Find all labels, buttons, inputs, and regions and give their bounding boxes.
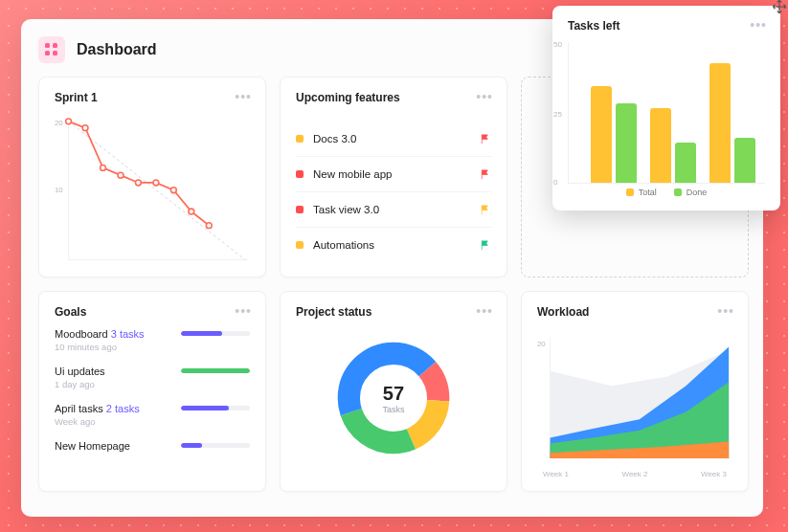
feature-row[interactable]: Docs 3.0: [296, 122, 491, 157]
svg-rect-3: [53, 51, 57, 55]
goals-menu-button[interactable]: •••: [235, 303, 252, 319]
tasks-left-bar-chart: 50 25 0: [568, 42, 765, 184]
bar-group: [709, 63, 755, 183]
tasks-left-title: Tasks left: [568, 19, 765, 33]
svg-point-10: [136, 180, 142, 186]
actual-line: [69, 122, 210, 226]
sprint-title: Sprint 1: [55, 91, 250, 104]
features-list: Docs 3.0New mobile appTask view 3.0Autom…: [296, 122, 491, 262]
svg-point-11: [153, 180, 159, 186]
donut-center: 57 Tasks: [382, 383, 404, 414]
goal-progress: [181, 443, 250, 448]
status-total: 57: [382, 383, 404, 405]
priority-dot: [296, 135, 304, 143]
goal-accent: 2 tasks: [106, 403, 140, 414]
svg-point-7: [82, 125, 88, 131]
svg-rect-2: [45, 51, 50, 55]
bar-total: [650, 108, 671, 183]
xlabel-week1: Week 1: [543, 470, 569, 478]
goal-row[interactable]: Ui updates1 day ago: [55, 366, 250, 389]
goal-timestamp: 10 minutes ago: [55, 342, 169, 352]
ytick-0: 0: [553, 178, 557, 187]
goal-text: April tasks 2 tasksWeek ago: [55, 403, 169, 427]
status-total-label: Tasks: [382, 405, 404, 414]
goals-title: Goals: [55, 305, 250, 319]
goal-timestamp: Week ago: [55, 416, 169, 427]
workload-area-chart: 20: [537, 326, 732, 470]
priority-dot: [296, 206, 304, 213]
svg-text:20: 20: [537, 340, 546, 348]
bar-group: [650, 108, 696, 183]
features-menu-button[interactable]: •••: [476, 89, 493, 104]
goal-text: Ui updates1 day ago: [55, 366, 169, 389]
sprint-menu-button[interactable]: •••: [235, 89, 252, 104]
svg-rect-1: [53, 43, 57, 48]
status-title: Project status: [296, 305, 491, 319]
goal-progress: [181, 406, 250, 410]
goal-row[interactable]: New Homepage: [55, 440, 250, 452]
feature-label: New mobile app: [313, 168, 392, 180]
flag-icon[interactable]: [480, 133, 491, 144]
features-title: Upcoming features: [296, 91, 491, 104]
flag-icon[interactable]: [480, 168, 491, 180]
goal-row[interactable]: April tasks 2 tasksWeek ago: [55, 403, 250, 427]
status-card: Project status ••• 57 Tasks: [280, 291, 507, 492]
tasks-left-legend: Total Done: [568, 188, 765, 197]
svg-point-13: [189, 209, 194, 214]
feature-label: Automations: [313, 239, 374, 251]
status-menu-button[interactable]: •••: [476, 303, 493, 319]
ideal-line: [69, 122, 246, 260]
workload-card: Workload ••• 20 Week 1: [521, 291, 749, 492]
bar-done: [675, 143, 696, 183]
features-card: Upcoming features ••• Docs 3.0New mobile…: [280, 77, 507, 277]
feature-label: Docs 3.0: [313, 133, 356, 144]
workload-title: Workload: [537, 305, 732, 319]
feature-row[interactable]: New mobile app: [296, 157, 491, 192]
legend-done: Done: [687, 188, 708, 197]
goal-accent: 3 tasks: [111, 328, 145, 340]
goal-row[interactable]: Moodboard 3 tasks10 minutes ago: [55, 328, 250, 352]
tasks-left-menu-button[interactable]: •••: [750, 17, 767, 33]
flag-icon[interactable]: [480, 204, 491, 215]
goal-text: Moodboard 3 tasks10 minutes ago: [55, 328, 169, 352]
priority-dot: [296, 170, 304, 178]
workload-menu-button[interactable]: •••: [717, 303, 734, 319]
tasks-left-card[interactable]: Tasks left ••• 50 25 0 Total Done: [552, 6, 780, 211]
svg-point-8: [101, 165, 106, 170]
bar-group: [591, 86, 637, 183]
page-title: Dashboard: [77, 41, 157, 58]
sprint-burndown-chart: 20 10: [55, 114, 250, 266]
svg-point-6: [66, 119, 72, 124]
goal-progress: [181, 331, 250, 336]
sprint-card: Sprint 1 ••• 20 10: [38, 77, 266, 277]
goals-list: Moodboard 3 tasks10 minutes agoUi update…: [55, 328, 250, 452]
goal-progress: [181, 368, 250, 373]
goal-label: Moodboard: [55, 328, 108, 340]
ytick-25: 25: [553, 110, 562, 119]
feature-row[interactable]: Task view 3.0: [296, 192, 491, 228]
bar-total: [709, 63, 731, 183]
svg-rect-0: [45, 43, 50, 48]
ytick-50: 50: [553, 40, 562, 49]
legend-total: Total: [639, 188, 657, 197]
svg-point-14: [206, 223, 212, 229]
app-logo: [38, 36, 65, 63]
bar-total: [591, 86, 612, 183]
svg-point-9: [118, 172, 124, 178]
status-donut-chart: 57 Tasks: [296, 319, 491, 477]
feature-row[interactable]: Automations: [296, 228, 491, 262]
goal-timestamp: 1 day ago: [55, 379, 169, 389]
xlabel-week3: Week 3: [701, 470, 727, 478]
svg-point-12: [170, 188, 176, 193]
bar-done: [734, 138, 755, 183]
goals-card: Goals ••• Moodboard 3 tasks10 minutes ag…: [38, 291, 266, 492]
goal-label: Ui updates: [55, 366, 105, 377]
ytick-20: 20: [55, 119, 63, 127]
feature-label: Task view 3.0: [313, 204, 379, 215]
workload-x-axis: Week 1 Week 2 Week 3: [537, 470, 732, 478]
grid-icon: [44, 42, 59, 57]
move-handle-icon[interactable]: [771, 0, 788, 15]
ytick-10: 10: [55, 186, 63, 194]
goal-label: April tasks: [55, 403, 103, 414]
flag-icon[interactable]: [480, 239, 491, 251]
